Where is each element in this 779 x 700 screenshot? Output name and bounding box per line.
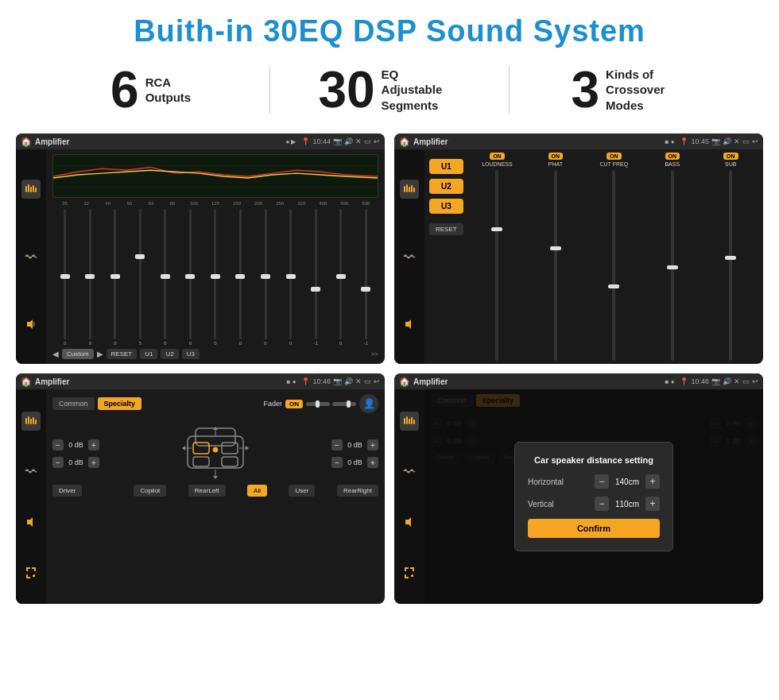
dialog-bg: Common Specialty − 0 dB + − [424,389,763,604]
fader-all-btn[interactable]: All [247,485,267,497]
eq-slider-track-9[interactable] [289,209,292,339]
status-icons-4: 📍 10:46 📷 🔊 ✕ ▭ ↩ [680,377,758,385]
eq-sidebar-speaker-icon[interactable] [21,315,41,334]
cross-u1-btn[interactable]: U1 [429,159,463,174]
fader-slider-h2[interactable] [332,402,356,406]
modal-vertical-plus[interactable]: + [645,497,660,511]
spk-minus-tr[interactable]: − [331,439,343,451]
dialog-sidebar-speaker-icon[interactable] [400,512,419,532]
dialog-sidebar-eq-icon[interactable] [400,412,419,431]
eq-more-btn[interactable]: >> [371,350,378,358]
cross-bass-slider[interactable] [671,170,674,361]
cross-sub-on[interactable]: ON [723,153,738,160]
eq-slider-track-5[interactable] [189,209,192,339]
cross-reset-btn[interactable]: RESET [429,223,463,235]
eq-slider-col-2[interactable]: 0 [103,209,128,346]
modal-confirm-button[interactable]: Confirm [528,519,660,538]
eq-slider-track-1[interactable] [89,209,91,339]
eq-slider-col-3[interactable]: 5 [128,209,153,346]
eq-slider-thumb-12 [361,287,370,292]
cross-u2-btn[interactable]: U2 [429,179,463,194]
fader-sidebar-wave-icon[interactable] [21,462,41,481]
spk-minus-bl[interactable]: − [52,457,64,468]
screen-icon-4: ▭ [742,377,750,385]
spk-minus-tl[interactable]: − [52,439,64,451]
fader-sidebar-eq-icon[interactable] [21,412,41,431]
cross-loudness-slider[interactable] [495,170,498,361]
eq-u1-btn[interactable]: U1 [140,349,157,359]
eq-slider-col-1[interactable]: 0 [78,209,103,346]
eq-slider-thumb-5 [185,274,195,279]
eq-sidebar-eq-icon[interactable] [21,180,41,199]
cross-phat-on[interactable]: ON [548,153,564,160]
eq-slider-track-2[interactable] [114,209,116,339]
modal-vertical-minus[interactable]: − [595,497,609,511]
eq-u3-btn[interactable]: U3 [182,349,200,359]
left-speaker-col: − 0 dB + − 0 dB + [52,418,99,481]
eq-slider-track-11[interactable] [339,209,342,339]
spk-plus-br[interactable]: + [367,457,378,468]
fader-tab-common[interactable]: Common [52,397,95,410]
cross-bass-on[interactable]: ON [665,153,680,160]
cross-sidebar-eq-icon[interactable] [400,180,419,199]
eq-slider-track-7[interactable] [239,209,242,339]
eq-slider-track-4[interactable] [164,209,166,339]
eq-slider-track-12[interactable] [365,209,367,339]
eq-slider-col-12[interactable]: -1 [353,209,378,346]
eq-sidebar-wave-icon[interactable] [21,247,41,266]
modal-horizontal-plus[interactable]: + [645,474,660,489]
fader-sidebar-expand-icon[interactable] [21,563,41,582]
fader-sidebar-speaker-icon[interactable] [21,512,41,532]
eq-slider-col-0[interactable]: 0 [52,209,78,346]
cross-phat-slider[interactable] [554,170,557,361]
eq-custom-btn[interactable]: Custom [62,349,94,359]
fader-bottom-btns: Driver Copilot RearLeft All User RearRig… [52,485,378,497]
eq-slider-col-11[interactable]: 0 [328,209,354,346]
fader-tab-specialty[interactable]: Specialty [98,397,142,410]
eq-slider-track-6[interactable] [214,209,216,339]
eq-slider-col-7[interactable]: 0 [228,209,254,346]
svg-rect-4 [35,188,37,192]
spk-minus-br[interactable]: − [331,457,343,468]
cross-cutfreq-slider[interactable] [612,170,615,361]
fader-card: 🏠 Amplifier ■ ● 📍 10:46 📷 🔊 ✕ ▭ ↩ [16,373,385,604]
fader-on-btn[interactable]: ON [285,400,303,408]
fader-rearleft-btn[interactable]: RearLeft [188,485,226,497]
eq-u2-btn[interactable]: U2 [161,349,178,359]
fader-copilot-btn[interactable]: Copilot [134,485,166,497]
eq-slider-track-3[interactable] [139,209,141,339]
eq-slider-col-5[interactable]: 0 [178,209,203,346]
eq-reset-btn[interactable]: RESET [107,349,138,359]
eq-next-arrow[interactable]: ▶ [97,350,103,358]
cross-sidebar-wave-icon[interactable] [400,247,419,266]
eq-slider-col-6[interactable]: 0 [203,209,228,346]
eq-slider-thumb-11 [336,274,346,279]
cross-sub-slider[interactable] [729,170,732,361]
cross-cutfreq-on[interactable]: ON [607,153,622,160]
freq-40: 40 [97,201,118,206]
eq-slider-col-9[interactable]: 0 [278,209,304,346]
dialog-sidebar-expand-icon[interactable] [400,563,419,582]
spk-plus-bl[interactable]: + [88,457,99,468]
modal-horizontal-minus[interactable]: − [595,474,609,489]
eq-slider-col-10[interactable]: -1 [303,209,328,346]
cross-sidebar-speaker-icon[interactable] [400,315,419,334]
dialog-sidebar-wave-icon[interactable] [400,462,419,481]
eq-prev-arrow[interactable]: ◀ [52,350,59,358]
eq-slider-track-8[interactable] [265,209,267,339]
spk-plus-tl[interactable]: + [88,439,99,451]
eq-slider-col-8[interactable]: 0 [253,209,278,346]
cross-loudness-on[interactable]: ON [490,153,505,160]
fader-rearright-btn[interactable]: RearRight [337,485,378,497]
fader-slider-h1[interactable] [306,402,330,406]
location-icon-1: 📍 [301,137,310,145]
eq-slider-track-10[interactable] [315,209,317,339]
cross-u3-btn[interactable]: U3 [429,199,463,214]
spk-plus-tr[interactable]: + [367,439,378,451]
fader-user-btn[interactable]: User [289,485,315,497]
svg-marker-14 [405,319,411,329]
fader-driver-btn[interactable]: Driver [52,485,82,497]
eq-slider-col-4[interactable]: 0 [153,209,178,346]
eq-slider-track-0[interactable] [64,209,66,339]
fader-avatar-btn[interactable]: 👤 [359,394,378,413]
